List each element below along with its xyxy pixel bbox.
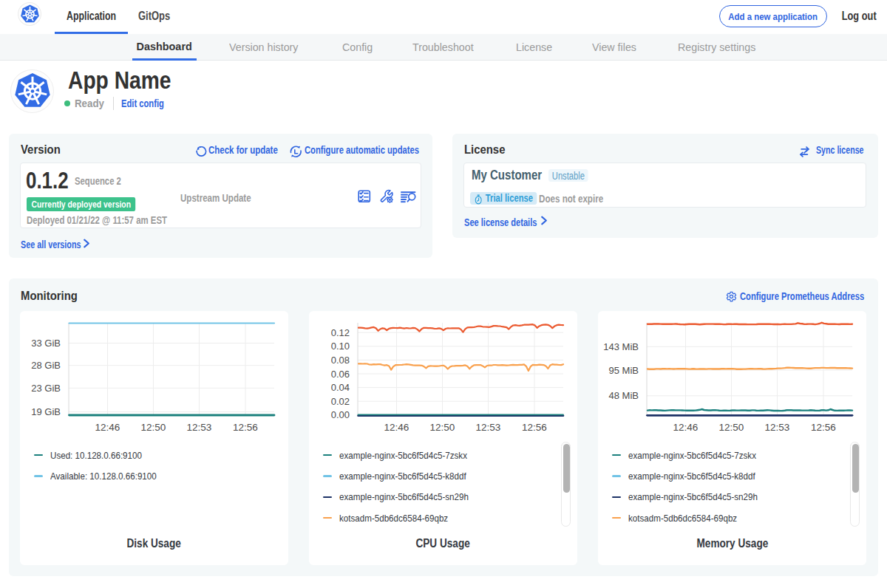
svg-text:12:50: 12:50 <box>141 422 166 433</box>
svg-text:12:56: 12:56 <box>811 422 836 433</box>
svg-text:19 GiB: 19 GiB <box>31 406 61 417</box>
svg-text:0.02: 0.02 <box>331 396 350 407</box>
svg-text:0.10: 0.10 <box>331 341 350 352</box>
svg-text:12:53: 12:53 <box>476 422 501 433</box>
svg-text:28 GiB: 28 GiB <box>31 360 61 371</box>
svg-text:0.04: 0.04 <box>331 382 350 393</box>
svg-text:12:50: 12:50 <box>719 422 744 433</box>
svg-text:12:53: 12:53 <box>765 422 790 433</box>
svg-text:12:46: 12:46 <box>673 422 699 433</box>
svg-text:0.00: 0.00 <box>331 409 350 420</box>
svg-text:12:53: 12:53 <box>187 422 212 433</box>
svg-text:0.08: 0.08 <box>331 355 350 366</box>
svg-text:33 GiB: 33 GiB <box>31 338 61 349</box>
svg-text:12:56: 12:56 <box>522 422 547 433</box>
svg-text:143 MiB: 143 MiB <box>603 341 639 352</box>
svg-text:48 MiB: 48 MiB <box>609 390 639 401</box>
svg-text:0.06: 0.06 <box>331 369 350 380</box>
svg-text:12:46: 12:46 <box>384 422 409 433</box>
svg-text:12:46: 12:46 <box>95 422 120 433</box>
svg-text:0.12: 0.12 <box>331 327 350 338</box>
svg-text:23 GiB: 23 GiB <box>31 383 61 394</box>
svg-text:12:50: 12:50 <box>430 422 455 433</box>
svg-text:95 MiB: 95 MiB <box>609 365 639 376</box>
svg-text:12:56: 12:56 <box>233 422 258 433</box>
